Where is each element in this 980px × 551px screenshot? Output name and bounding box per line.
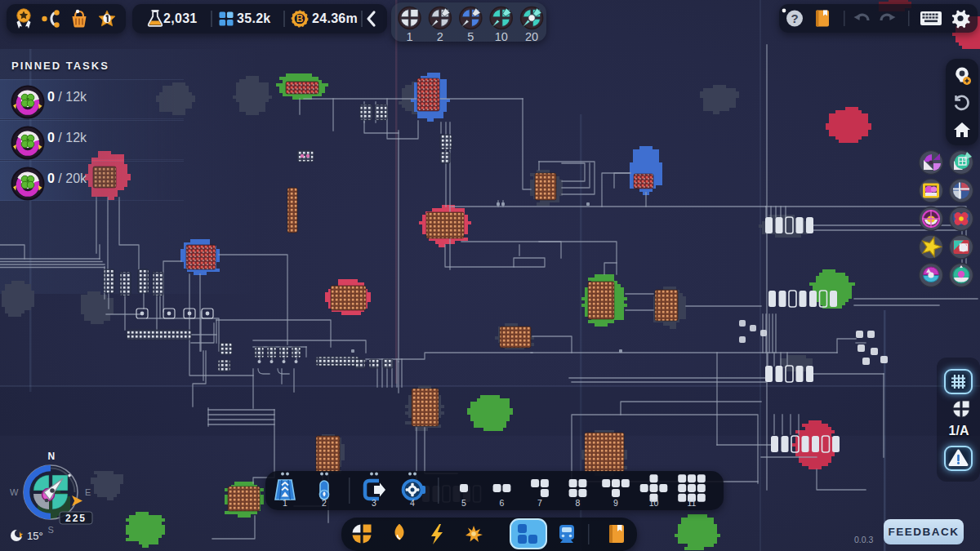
- svg-text:W: W: [10, 487, 19, 497]
- svg-text:B: B: [296, 13, 304, 24]
- svg-text:11: 11: [688, 498, 697, 508]
- svg-text:S: S: [48, 525, 54, 535]
- svg-text:2: 2: [322, 498, 327, 508]
- svg-text:8: 8: [576, 498, 581, 508]
- svg-text:5: 5: [467, 30, 474, 42]
- svg-text:7: 7: [537, 498, 542, 508]
- svg-text:6: 6: [500, 498, 505, 508]
- svg-text:5: 5: [461, 498, 466, 508]
- svg-text:20: 20: [525, 30, 538, 42]
- svg-text:N: N: [48, 451, 56, 462]
- svg-text:4: 4: [410, 498, 415, 508]
- svg-text:2: 2: [437, 30, 443, 42]
- svg-text:10: 10: [649, 498, 659, 508]
- svg-text:1: 1: [283, 498, 287, 508]
- svg-text:E: E: [85, 487, 91, 497]
- svg-text:15°: 15°: [27, 530, 43, 542]
- svg-text:3: 3: [372, 498, 376, 508]
- svg-text:10: 10: [495, 30, 508, 42]
- svg-text:1: 1: [406, 30, 412, 42]
- svg-text:?: ?: [791, 11, 798, 25]
- svg-text:9: 9: [613, 498, 618, 508]
- svg-text:225: 225: [65, 513, 87, 524]
